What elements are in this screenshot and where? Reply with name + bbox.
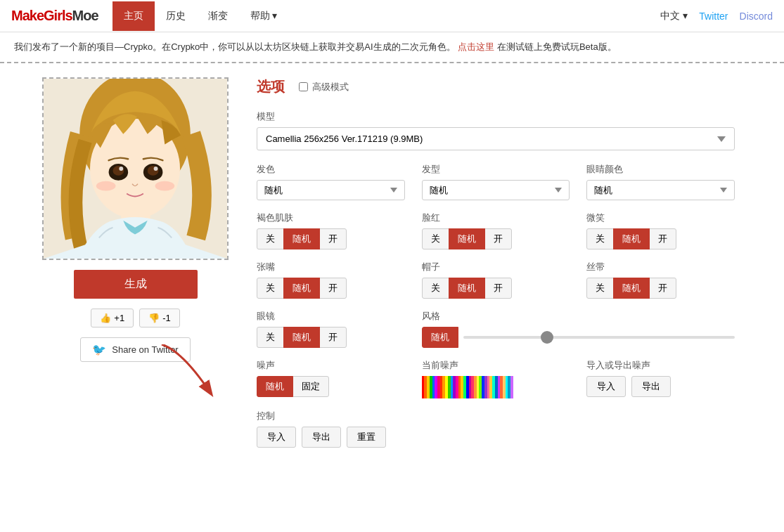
- hat-group: 帽子 关 随机 开: [422, 261, 570, 299]
- downvote-label: -1: [162, 313, 171, 323]
- generate-button[interactable]: 生成: [74, 270, 198, 299]
- tan-skin-off[interactable]: 关: [257, 228, 284, 249]
- hat-toggle: 关 随机 开: [422, 278, 570, 299]
- hair-color-select[interactable]: 随机: [257, 180, 405, 200]
- right-panel: 选项 高级模式 模型 Camellia 256x256 Ver.171219 (…: [257, 77, 735, 448]
- noise-row: 噪声 随机 固定 当前噪声 导入或导出噪声 导入 导出: [257, 359, 735, 398]
- ribbon-group: 丝带 关 随机 开: [586, 261, 735, 299]
- import-export-noise-label: 导入或导出噪声: [586, 359, 735, 372]
- noise-export-button[interactable]: 导出: [631, 376, 671, 397]
- open-mouth-off[interactable]: 关: [257, 278, 284, 299]
- ribbon-off[interactable]: 关: [586, 278, 614, 299]
- blush-off[interactable]: 关: [422, 228, 449, 249]
- blush-random[interactable]: 随机: [449, 228, 485, 249]
- options-header: 选项 高级模式: [257, 77, 735, 96]
- brand-logo: MakeGirlsMoe: [11, 8, 98, 24]
- noise-group: 噪声 随机 固定: [257, 359, 405, 397]
- glasses-random[interactable]: 随机: [283, 327, 320, 348]
- model-section: 模型 Camellia 256x256 Ver.171219 (9.9MB): [257, 110, 735, 150]
- tan-skin-toggle: 关 随机 开: [257, 228, 405, 249]
- hat-off[interactable]: 关: [422, 278, 449, 299]
- ribbon-on[interactable]: 开: [649, 278, 676, 299]
- noise-bar: [422, 376, 513, 398]
- control-export-button[interactable]: 导出: [302, 427, 341, 448]
- model-select[interactable]: Camellia 256x256 Ver.171219 (9.9MB): [257, 127, 735, 150]
- glasses-toggle: 关 随机 开: [257, 327, 405, 348]
- tan-skin-label: 褐色肌肤: [257, 212, 405, 224]
- blush-on[interactable]: 开: [484, 228, 512, 249]
- open-mouth-on[interactable]: 开: [319, 278, 347, 299]
- tan-skin-group: 褐色肌肤 关 随机 开: [257, 212, 405, 249]
- smile-toggle: 关 随机 开: [586, 228, 735, 249]
- tan-skin-on[interactable]: 开: [319, 228, 347, 249]
- language-selector[interactable]: 中文 ▾: [660, 10, 688, 22]
- current-noise-label: 当前噪声: [422, 359, 570, 372]
- tan-skin-random[interactable]: 随机: [283, 228, 320, 249]
- advanced-mode-label: 高级模式: [312, 81, 349, 93]
- ribbon-toggle: 关 随机 开: [586, 278, 735, 299]
- open-mouth-group: 张嘴 关 随机 开: [257, 261, 405, 299]
- eye-color-select[interactable]: 随机: [586, 180, 735, 200]
- glasses-off[interactable]: 关: [257, 327, 284, 348]
- hat-label: 帽子: [422, 261, 570, 273]
- control-section: 控制 导入 导出 重置: [257, 410, 735, 448]
- noise-import-button[interactable]: 导入: [586, 376, 626, 397]
- advanced-mode-toggle[interactable]: 高级模式: [299, 81, 349, 93]
- control-reset-button[interactable]: 重置: [347, 427, 386, 448]
- ribbon-label: 丝带: [586, 261, 735, 273]
- eye-color-group: 眼睛颜色 随机: [586, 163, 735, 200]
- twitter-icon: 🐦: [92, 343, 106, 356]
- downvote-button[interactable]: 👎 -1: [139, 309, 180, 327]
- options-title: 选项: [257, 77, 285, 96]
- left-panel: 生成 👍 +1 👎 -1 🐦 Share on Twitter: [42, 77, 229, 362]
- hat-on[interactable]: 开: [484, 278, 512, 299]
- banner-text-before: 我们发布了一个新的项目—Crypko。在Crypko中，你可以从以太坊区块链上获…: [14, 41, 456, 52]
- nav-right: 中文 ▾ Twitter Discord: [660, 10, 773, 22]
- hair-color-group: 发色 随机: [257, 163, 405, 200]
- hair-color-label: 发色: [257, 163, 405, 176]
- nav-twitter-link[interactable]: Twitter: [699, 11, 728, 22]
- style-random[interactable]: 随机: [422, 327, 458, 348]
- svg-point-11: [155, 181, 175, 191]
- upvote-button[interactable]: 👍 +1: [91, 309, 134, 327]
- control-import-button[interactable]: 导入: [257, 427, 296, 448]
- import-export-btns: 导入 导出: [586, 376, 735, 397]
- open-mouth-toggle: 关 随机 开: [257, 278, 405, 299]
- svg-point-9: [154, 167, 158, 171]
- smile-off[interactable]: 关: [586, 228, 614, 249]
- control-label: 控制: [257, 410, 735, 422]
- twitter-share-button[interactable]: 🐦 Share on Twitter: [80, 337, 190, 362]
- style-label: 风格: [422, 310, 735, 323]
- open-mouth-label: 张嘴: [257, 261, 405, 273]
- main-content: 生成 👍 +1 👎 -1 🐦 Share on Twitter: [0, 63, 784, 462]
- nav-gradient[interactable]: 渐变: [197, 1, 239, 31]
- smile-on[interactable]: 开: [649, 228, 676, 249]
- smile-random[interactable]: 随机: [613, 228, 650, 249]
- navbar: MakeGirlsMoe 主页 历史 渐变 帮助 ▾ 中文 ▾ Twitter …: [0, 0, 784, 32]
- glasses-label: 眼镜: [257, 310, 405, 323]
- nav-history[interactable]: 历史: [155, 1, 197, 31]
- glasses-on[interactable]: 开: [319, 327, 347, 348]
- open-mouth-random[interactable]: 随机: [283, 278, 320, 299]
- nav-home[interactable]: 主页: [113, 1, 155, 31]
- options-grid: 发色 随机 发型 随机 眼睛颜色 随机 褐色肌肤: [257, 163, 735, 348]
- twitter-share-label: Share on Twitter: [112, 344, 178, 355]
- model-label: 模型: [257, 110, 735, 123]
- nav-discord-link[interactable]: Discord: [740, 11, 773, 22]
- style-slider[interactable]: [463, 336, 735, 339]
- banner-text-after: 在测试链上免费试玩Beta版。: [497, 41, 617, 52]
- smile-group: 微笑 关 随机 开: [586, 212, 735, 249]
- noise-fixed[interactable]: 固定: [293, 376, 329, 397]
- banner-link[interactable]: 点击这里: [458, 41, 494, 52]
- nav-help[interactable]: 帮助 ▾: [239, 1, 289, 31]
- upvote-label: +1: [114, 313, 124, 323]
- style-section: 随机: [422, 327, 735, 348]
- noise-random[interactable]: 随机: [257, 376, 293, 397]
- brand-text-1: MakeGirls: [11, 8, 72, 23]
- advanced-mode-checkbox[interactable]: [299, 82, 308, 91]
- hair-style-label: 发型: [422, 163, 570, 176]
- svg-point-8: [119, 167, 123, 171]
- hair-style-select[interactable]: 随机: [422, 180, 570, 200]
- ribbon-random[interactable]: 随机: [613, 278, 650, 299]
- hat-random[interactable]: 随机: [449, 278, 485, 299]
